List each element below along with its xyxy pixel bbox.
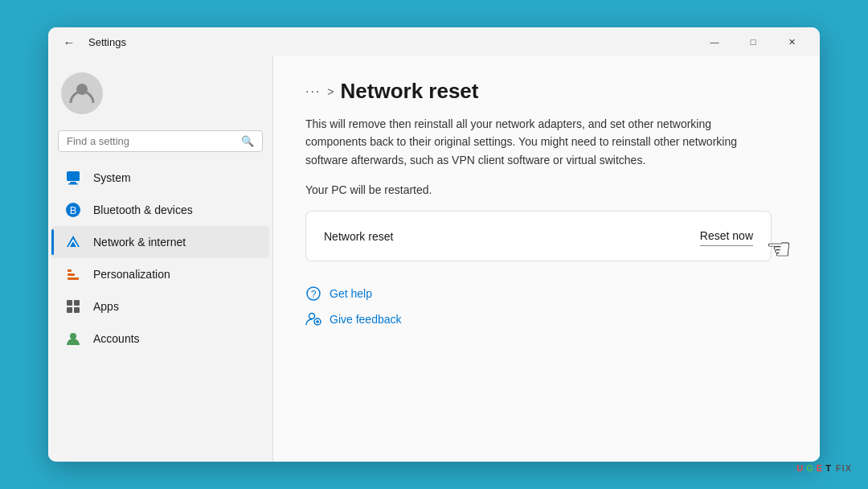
sidebar-item-bluetooth-label: Bluetooth & devices (93, 203, 193, 216)
breadcrumb-separator: > (327, 85, 334, 98)
page-title: Network reset (341, 79, 479, 104)
breadcrumb: ··· > Network reset (305, 79, 788, 104)
svg-text:?: ? (311, 289, 317, 300)
bluetooth-icon: B (64, 201, 82, 219)
svg-rect-10 (68, 273, 75, 276)
svg-rect-13 (74, 300, 80, 306)
sidebar-item-system[interactable]: System (51, 162, 269, 194)
sidebar-item-accounts-label: Accounts (93, 332, 140, 345)
sidebar-item-network[interactable]: Network & internet (51, 226, 269, 258)
svg-rect-15 (74, 307, 80, 313)
svg-point-16 (70, 333, 76, 339)
close-button[interactable]: ✕ (773, 29, 810, 55)
get-help-label: Get help (330, 287, 372, 300)
svg-rect-2 (70, 182, 76, 183)
sidebar: 🔍 System B Bluetooth & devices Networ (48, 56, 273, 462)
window-title: Settings (88, 36, 126, 48)
window-controls: — □ ✕ (696, 29, 810, 55)
get-help-link[interactable]: ? Get help (305, 286, 788, 302)
svg-point-19 (309, 314, 315, 319)
reset-card: Network reset Reset now ☞ (305, 211, 772, 261)
search-box[interactable]: 🔍 (58, 130, 263, 152)
svg-rect-11 (68, 269, 72, 272)
sidebar-item-system-label: System (93, 171, 131, 184)
sidebar-item-network-label: Network & internet (93, 236, 186, 249)
sidebar-item-apps[interactable]: Apps (51, 290, 269, 323)
svg-text:B: B (70, 204, 77, 216)
get-help-icon: ? (305, 286, 321, 302)
avatar-section (48, 63, 272, 127)
svg-rect-3 (68, 183, 78, 185)
give-feedback-label: Give feedback (330, 313, 402, 326)
sidebar-item-accounts[interactable]: Accounts (51, 323, 269, 355)
give-feedback-link[interactable]: Give feedback (305, 311, 788, 327)
minimize-button[interactable]: — (696, 29, 733, 55)
svg-rect-1 (67, 171, 80, 181)
sidebar-item-apps-label: Apps (93, 300, 119, 313)
watermark-fix: FIX (836, 463, 852, 473)
back-button[interactable]: ← (58, 31, 80, 53)
give-feedback-icon (305, 311, 321, 327)
svg-rect-14 (67, 307, 72, 313)
watermark-g: G (806, 463, 814, 473)
sidebar-item-personalization-label: Personalization (93, 268, 170, 281)
network-icon (64, 233, 82, 251)
reset-now-button[interactable]: Reset now (700, 226, 753, 246)
titlebar-left: ← Settings (58, 31, 126, 53)
avatar (61, 72, 103, 114)
reset-card-label: Network reset (324, 230, 393, 243)
personalization-icon (64, 265, 82, 283)
watermark-u: U (796, 463, 804, 473)
titlebar: ← Settings — □ ✕ (48, 27, 820, 56)
footer-links: ? Get help Give feedback (305, 286, 788, 327)
search-icon: 🔍 (241, 135, 254, 147)
apps-icon (64, 298, 82, 315)
description-text: This will remove then reinstall all your… (305, 115, 755, 169)
reset-button-wrapper: Reset now ☞ (700, 226, 753, 246)
sidebar-item-personalization[interactable]: Personalization (51, 258, 269, 290)
breadcrumb-dots: ··· (305, 84, 321, 99)
settings-window: ← Settings — □ ✕ 🔍 (48, 27, 820, 462)
main-content: ··· > Network reset This will remove the… (273, 56, 820, 462)
watermark: U G E T FIX (796, 463, 852, 473)
restart-note: Your PC will be restarted. (305, 183, 788, 196)
maximize-button[interactable]: □ (735, 29, 772, 55)
cursor-hand-icon: ☞ (766, 232, 792, 266)
svg-rect-9 (68, 277, 79, 280)
accounts-icon (64, 330, 82, 347)
search-input[interactable] (67, 135, 236, 147)
sidebar-item-bluetooth[interactable]: B Bluetooth & devices (51, 194, 269, 226)
content-area: 🔍 System B Bluetooth & devices Networ (48, 56, 820, 462)
watermark-e: E (817, 463, 823, 473)
watermark-t: T (825, 463, 832, 473)
svg-rect-12 (67, 300, 72, 306)
system-icon (64, 169, 82, 187)
